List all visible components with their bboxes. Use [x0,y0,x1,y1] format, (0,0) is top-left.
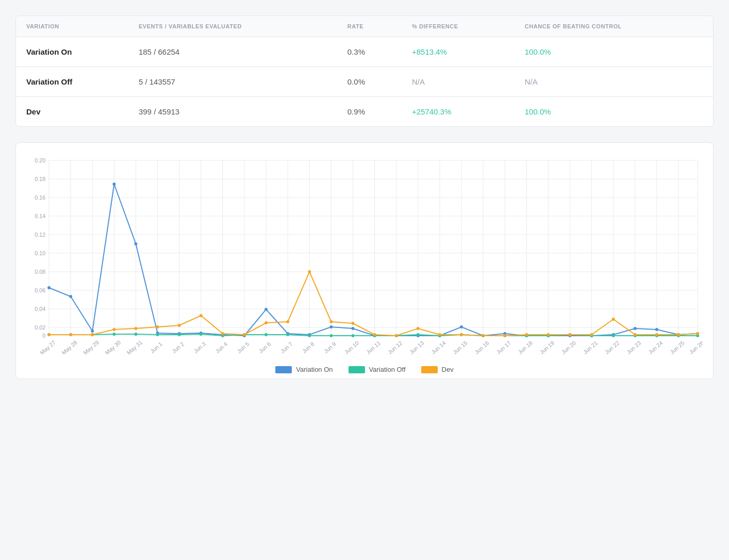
svg-text:Jun 23: Jun 23 [625,340,642,356]
svg-text:Jun 4: Jun 4 [214,341,228,355]
svg-text:Jun 9: Jun 9 [323,341,337,355]
legend-label-dev: Dev [442,366,454,373]
table-cell: 0.9% [337,97,402,127]
svg-text:Jun 24: Jun 24 [647,340,664,356]
svg-point-145 [696,332,699,335]
svg-text:Jun 19: Jun 19 [539,340,555,356]
table-row: Variation Off5 / 1435570.0%N/AN/A [16,67,713,97]
svg-text:Jun 16: Jun 16 [473,340,490,356]
svg-point-116 [69,333,72,336]
legend-label-variation-off: Variation Off [369,366,406,373]
svg-point-98 [352,334,355,337]
svg-point-88 [135,333,138,336]
svg-text:0.18: 0.18 [35,176,45,182]
svg-text:Jun 2: Jun 2 [171,341,185,355]
svg-point-129 [352,322,355,325]
svg-point-131 [395,334,398,337]
svg-text:Jun 26: Jun 26 [688,340,703,356]
svg-point-97 [329,334,333,337]
svg-text:0.12: 0.12 [35,232,45,238]
svg-text:Jun 7: Jun 7 [279,341,294,355]
svg-text:0.02: 0.02 [35,324,45,331]
svg-text:0.04: 0.04 [35,306,45,312]
svg-point-54 [69,295,72,298]
svg-text:Jun 14: Jun 14 [430,340,446,356]
svg-point-56 [112,183,115,186]
table-cell: 185 / 66254 [128,37,337,67]
svg-point-140 [590,333,593,336]
table-cell: 399 / 45913 [128,97,337,127]
legend-swatch-variation-off [349,366,365,373]
legend-swatch-variation-on [275,366,292,373]
svg-text:0.16: 0.16 [35,194,45,201]
svg-point-138 [546,333,550,336]
svg-text:Jun 22: Jun 22 [604,340,620,356]
svg-point-115 [47,333,51,336]
svg-text:0: 0 [42,333,45,339]
svg-point-101 [417,333,420,336]
svg-point-90 [178,333,181,336]
svg-point-91 [200,333,203,336]
legend-label-variation-on: Variation On [296,366,333,373]
svg-text:0.14: 0.14 [35,213,45,219]
svg-point-120 [156,325,159,328]
svg-point-122 [200,314,203,317]
svg-text:Jun 12: Jun 12 [387,340,403,356]
svg-text:Jun 3: Jun 3 [192,341,207,355]
legend-item-variation-on: Variation On [275,366,333,373]
svg-point-121 [178,324,181,327]
col-header-pct-diff: % DIFFERENCE [402,16,515,37]
svg-text:Jun 8: Jun 8 [301,341,316,355]
legend-swatch-dev [421,366,438,373]
svg-point-89 [156,333,159,336]
svg-point-132 [417,327,420,330]
svg-text:0.10: 0.10 [35,250,45,256]
svg-point-81 [655,328,658,331]
svg-text:May 27: May 27 [39,339,57,356]
svg-point-94 [264,333,268,336]
table-cell: Dev [16,97,128,127]
svg-point-66 [329,325,333,328]
svg-point-53 [47,286,51,289]
col-header-rate: RATE [337,16,402,37]
svg-text:Jun 25: Jun 25 [669,340,685,356]
svg-text:0.06: 0.06 [35,287,45,293]
svg-point-96 [308,334,311,337]
svg-point-95 [286,333,289,336]
svg-text:May 30: May 30 [104,339,122,356]
svg-point-87 [112,333,115,336]
svg-text:May 31: May 31 [126,339,144,356]
svg-point-119 [135,327,138,330]
col-header-chance: CHANCE OF BEATING CONTROL [515,16,713,37]
svg-point-72 [460,325,463,328]
svg-point-57 [135,242,138,245]
svg-point-143 [655,333,658,336]
table-cell: 100.0% [515,97,713,127]
grid-lines [49,160,698,336]
table-cell: 100.0% [515,37,713,67]
table-row: Dev399 / 459130.9%+25740.3%100.0% [16,97,713,127]
col-header-events: EVENTS / VARIABLES EVALUATED [128,16,337,37]
svg-text:Jun 1: Jun 1 [149,341,163,355]
svg-text:Jun 11: Jun 11 [365,340,382,356]
svg-text:Jun 6: Jun 6 [258,341,272,355]
svg-point-135 [482,334,485,337]
table-header-row: VARIATION EVENTS / VARIABLES EVALUATED R… [16,16,713,37]
svg-point-123 [221,332,224,335]
svg-point-80 [634,327,637,330]
dev-line [49,272,698,336]
svg-point-141 [612,318,615,321]
table-cell: Variation Off [16,67,128,97]
table-cell: +25740.3% [402,97,515,127]
variation-on-dots [47,183,699,337]
svg-point-126 [286,320,289,323]
table-cell: +8513.4% [402,37,515,67]
stats-table-card: VARIATION EVENTS / VARIABLES EVALUATED R… [15,15,714,127]
table-cell: N/A [515,67,713,97]
svg-text:0.20: 0.20 [35,157,45,163]
table-cell: Variation On [16,37,128,67]
svg-text:Jun 18: Jun 18 [517,340,534,356]
table-row: Variation On185 / 662540.3%+8513.4%100.0… [16,37,713,67]
svg-point-67 [352,327,355,330]
svg-point-134 [460,333,463,336]
